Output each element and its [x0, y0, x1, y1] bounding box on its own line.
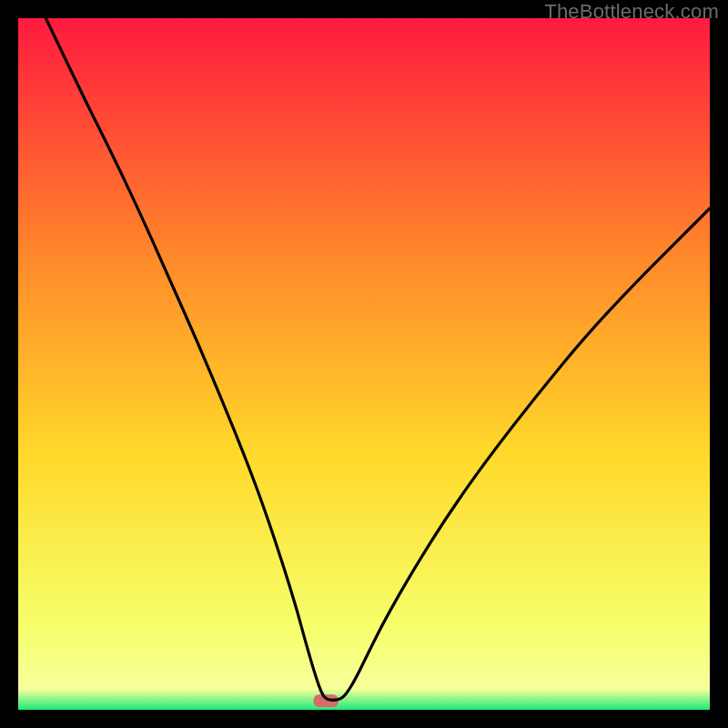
- gradient-background: [18, 18, 710, 710]
- chart-frame: TheBottleneck.com: [0, 0, 728, 728]
- watermark-text: TheBottleneck.com: [544, 0, 719, 24]
- plot-area: [18, 18, 710, 710]
- plot-svg: [18, 18, 710, 710]
